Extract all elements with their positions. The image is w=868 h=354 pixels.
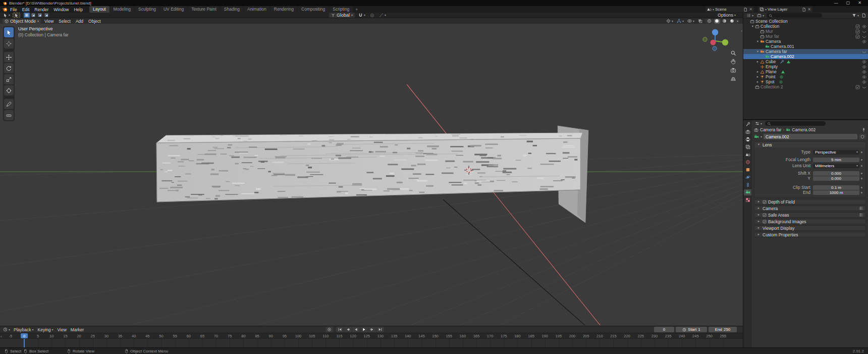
menu-render[interactable]: Render xyxy=(32,7,51,12)
outliner-item-point[interactable]: ▸Point xyxy=(743,74,868,79)
menu-help[interactable]: Help xyxy=(71,7,85,12)
axis-x[interactable] xyxy=(711,40,716,45)
viewport-menu-select[interactable]: Select xyxy=(56,19,73,24)
properties-tab-texture[interactable] xyxy=(744,197,751,203)
playhead-line[interactable] xyxy=(24,339,25,347)
timeline-menu-marker[interactable]: Marker xyxy=(71,327,84,332)
tab-animation[interactable]: Animation xyxy=(244,6,270,13)
proportional-editing-toggle[interactable] xyxy=(369,13,375,18)
disclosure-closed-icon[interactable]: ▸ xyxy=(755,75,760,79)
play-reverse-button[interactable] xyxy=(352,327,360,332)
presets-icon[interactable] xyxy=(859,206,863,211)
properties-tab-tool[interactable] xyxy=(744,121,751,127)
animate-dot[interactable] xyxy=(861,187,862,188)
tab-texture-paint[interactable]: Texture Paint xyxy=(188,6,220,13)
animate-dot[interactable] xyxy=(861,173,862,174)
property-field-lens-unit[interactable]: Millimeters▾ xyxy=(813,164,859,168)
select-mode-new-button[interactable] xyxy=(24,13,30,18)
tool-cursor-button[interactable] xyxy=(4,38,14,48)
eye-open-icon[interactable] xyxy=(862,65,866,69)
tab-sculpting[interactable]: Sculpting xyxy=(135,6,159,13)
current-frame-field[interactable]: 0 xyxy=(654,327,674,332)
frame-start-field[interactable]: Start 1 xyxy=(676,327,707,332)
tool-transform-button[interactable] xyxy=(4,85,14,95)
eye-open-icon[interactable] xyxy=(862,60,866,64)
blender-menu-icon[interactable] xyxy=(2,7,8,12)
timeline-editor-dropdown[interactable]: ▾ xyxy=(3,327,10,332)
panel-safe-areas[interactable]: ▸Safe Areas xyxy=(754,212,866,218)
shading-wireframe-button[interactable] xyxy=(707,19,713,24)
pin-icon[interactable] xyxy=(861,128,866,132)
tab-compositing[interactable]: Compositing xyxy=(298,6,329,13)
properties-tab-physics[interactable] xyxy=(744,174,751,180)
menu-edit[interactable]: Edit xyxy=(20,7,32,12)
play-button[interactable] xyxy=(360,327,368,332)
viewport-menu-object[interactable]: Object xyxy=(86,19,103,24)
region-corner-arrow[interactable]: ‹ xyxy=(1,334,2,339)
outliner-item-plane[interactable]: ▸Plane xyxy=(743,69,868,74)
outliner-editor-dropdown[interactable]: ▾ xyxy=(745,13,754,18)
minimize-button[interactable]: — xyxy=(834,1,838,5)
properties-tab-constraints[interactable] xyxy=(744,182,751,188)
properties-search-input[interactable] xyxy=(765,121,826,126)
checkbox-icon[interactable] xyxy=(855,34,860,39)
tool-dropdown[interactable]: ▾ xyxy=(2,13,11,18)
jump-to-start-button[interactable] xyxy=(336,327,344,332)
viewport-menu-view[interactable]: View xyxy=(42,19,56,24)
animate-dot[interactable] xyxy=(861,178,862,179)
tool-measure-button[interactable] xyxy=(4,110,14,120)
outliner-item-camera[interactable]: ▾Camera xyxy=(743,39,868,44)
tab-scripting[interactable]: Scripting xyxy=(329,6,353,13)
timeline-menu-view[interactable]: View xyxy=(58,327,67,332)
outliner-search-input[interactable] xyxy=(767,13,822,18)
axis-z-negative[interactable] xyxy=(713,46,717,50)
tool-scale-button[interactable] xyxy=(4,74,14,84)
tab-uv-editing[interactable]: UV Editing xyxy=(160,6,187,13)
checkbox-icon[interactable] xyxy=(855,85,860,89)
checkbox-icon[interactable] xyxy=(855,24,860,29)
mode-dropdown[interactable]: Object Mode ▾ xyxy=(3,19,41,24)
panel-custom-properties[interactable]: ▸Custom Properties xyxy=(754,232,866,237)
eye-closed-icon[interactable] xyxy=(862,85,866,89)
properties-tab-render[interactable] xyxy=(744,129,751,135)
viewport-menu-add[interactable]: Add xyxy=(73,19,86,24)
property-field-clip-start[interactable]: 0.1 m xyxy=(813,185,859,190)
disclosure-closed-icon[interactable]: ▸ xyxy=(755,70,760,74)
frame-end-field[interactable]: End 250 xyxy=(709,327,737,332)
axis-y-negative[interactable] xyxy=(703,37,707,41)
properties-editor-dropdown[interactable]: ▾ xyxy=(754,121,763,126)
tab-shading[interactable]: Shading xyxy=(221,6,243,13)
shading-solid-button[interactable] xyxy=(714,19,720,24)
checkbox-icon[interactable] xyxy=(855,29,860,34)
add-workspace-button[interactable]: + xyxy=(353,7,360,12)
property-field-focal-length[interactable]: 5 mm xyxy=(813,158,859,162)
unlink-scene-icon[interactable]: ✕ xyxy=(749,7,752,12)
jump-to-end-button[interactable] xyxy=(376,327,384,332)
outliner-item-collection-2[interactable]: Collection 2 xyxy=(743,84,868,89)
tab-layout[interactable]: Layout xyxy=(89,6,110,13)
breadcrumb-object[interactable]: Camera far xyxy=(760,127,782,132)
breadcrumb-data[interactable]: Camera.002 xyxy=(792,127,816,132)
menu-file[interactable]: File xyxy=(8,7,20,12)
eye-open-icon[interactable] xyxy=(862,24,866,29)
shading-material-button[interactable] xyxy=(722,19,728,24)
gizmos-dropdown[interactable]: ▾ xyxy=(676,19,685,24)
display-mode-dropdown[interactable]: ▾ xyxy=(756,13,765,18)
property-field-shift-x[interactable]: 0.000 xyxy=(813,171,859,176)
eye-open-icon[interactable] xyxy=(862,80,866,84)
previous-keyframe-button[interactable] xyxy=(344,327,352,332)
properties-tab-world[interactable] xyxy=(744,159,751,165)
tab-rendering[interactable]: Rendering xyxy=(270,6,297,13)
presets-icon[interactable] xyxy=(859,213,863,217)
properties-tab-output[interactable] xyxy=(744,136,751,142)
disclosure-closed-icon[interactable]: ▸ xyxy=(755,60,760,64)
properties-tab-view-layer[interactable] xyxy=(744,144,751,150)
camera-view-icon[interactable] xyxy=(730,67,736,73)
overlays-dropdown[interactable]: ▾ xyxy=(686,19,695,24)
eye-closed-icon[interactable] xyxy=(862,29,866,34)
eye-open-icon[interactable] xyxy=(862,70,866,74)
outliner-item-camera-002[interactable]: Camera.002 xyxy=(743,54,868,59)
eye-closed-icon[interactable] xyxy=(862,34,866,39)
region-corner-arrow[interactable]: ‹ xyxy=(741,29,742,33)
tab-modeling[interactable]: Modeling xyxy=(110,6,135,13)
